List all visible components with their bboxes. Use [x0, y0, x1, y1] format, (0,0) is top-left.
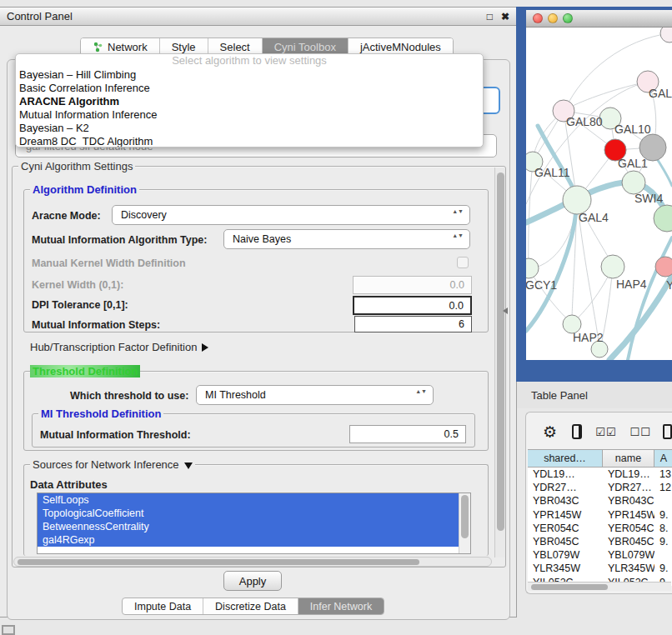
node-label-swi4: SWI4 [634, 192, 663, 205]
control-panel-titlebar: Control Panel □ ✖ [0, 8, 516, 26]
attributes-list-scrollbar[interactable] [459, 493, 470, 553]
algorithm-dropdown-placeholder: Select algorithm to view settings [16, 54, 483, 68]
node-label-gal10: GAL10 [614, 122, 651, 136]
minimize-traffic-light-icon[interactable] [548, 13, 558, 23]
table-horizontal-scrollbar-thumb[interactable] [531, 584, 608, 590]
column-header-name[interactable]: name [603, 450, 654, 467]
aracne-mode-label: Aracne Mode: [32, 210, 101, 222]
algorithm-option-dream8[interactable]: Dream8 DC_TDC Algorithm [16, 135, 483, 148]
node-label-gcy1: GCY1 [526, 278, 557, 292]
network-window-titlebar[interactable] [526, 10, 672, 28]
zoom-traffic-light-icon[interactable] [563, 13, 573, 23]
network-canvas[interactable]: GAL GAL80 GAL10 GAL1 GAL11 SWI4 GAL4 GCY… [526, 28, 672, 360]
table-row[interactable]: YER054C YER054C 8. [528, 522, 672, 535]
list-item-betweennesscentrality[interactable]: BetweennessCentrality [38, 520, 459, 533]
dpi-tolerance-label: DPI Tolerance [0,1]: [32, 299, 128, 311]
cyni-algorithm-settings-title: Cyni Algorithm Settings [18, 160, 135, 172]
settings-vertical-scrollbar-thumb[interactable] [497, 172, 504, 531]
node-gcy1[interactable] [526, 258, 539, 278]
table-row[interactable]: YDL19… YDL19… 13 [528, 468, 672, 481]
close-window-icon[interactable]: ✖ [501, 11, 509, 22]
splitpane-collapse-arrow-icon[interactable] [503, 308, 508, 314]
which-threshold-combo[interactable]: MI Threshold ▲▼ [196, 385, 434, 405]
document-icon[interactable] [663, 424, 672, 439]
algorithm-option-bayesian-hill-climbing[interactable]: Bayesian – Hill Climbing [16, 68, 483, 82]
node-swi4[interactable] [654, 205, 672, 232]
node-gal1[interactable] [622, 171, 645, 194]
node-unlabeled-top[interactable] [660, 28, 672, 42]
kernel-width-field[interactable]: 0.0 [353, 276, 472, 294]
table-panel-title: Table Panel [531, 389, 588, 402]
dock-mini-icon[interactable] [2, 625, 15, 635]
expander-arrow-icon [202, 343, 208, 352]
stepper-arrows-icon: ▲▼ [452, 208, 464, 215]
list-item-topologicalcoefficient[interactable]: TopologicalCoefficient [38, 507, 459, 520]
mi-algorithm-type-combo[interactable]: Naive Bayes ▲▼ [223, 229, 470, 249]
table-row[interactable]: YBR043C YBR043C [528, 494, 672, 508]
table-horizontal-scrollbar[interactable] [528, 582, 671, 591]
table-row[interactable]: YLR345W YLR345W 9. [528, 562, 672, 575]
table-row[interactable]: YBR045C YBR045C 9. [528, 535, 672, 548]
node-label-gal: GAL [649, 87, 672, 100]
stepper-arrows-icon: ▲▼ [452, 232, 464, 239]
aracne-mode-combo[interactable]: Discovery ▲▼ [112, 205, 470, 225]
hub-transcription-factor-expander[interactable]: Hub/Transcription Factor Definition [30, 341, 208, 353]
dpi-tolerance-field[interactable]: 0.0 [353, 296, 472, 315]
close-traffic-light-icon[interactable] [533, 13, 543, 23]
table-panel-header: Table Panel [517, 382, 672, 408]
mi-steps-field[interactable]: 6 [354, 316, 472, 332]
algorithm-option-basic-correlation[interactable]: Basic Correlation Inference [16, 82, 483, 95]
column-header-partial[interactable]: A [654, 450, 672, 467]
algorithm-option-bayesian-k2[interactable]: Bayesian – K2 [16, 122, 483, 135]
bottom-tab-bar: Impute Data Discretize Data Infer Networ… [122, 598, 384, 615]
data-attributes-list[interactable]: SelfLoops TopologicalCoefficient Between… [37, 492, 471, 554]
mi-threshold-field[interactable]: 0.5 [349, 425, 466, 443]
node-label-gal80: GAL80 [566, 115, 603, 128]
algorithm-definition-title: Algorithm Definition [30, 183, 139, 196]
algorithm-option-aracne[interactable]: ARACNE Algorithm [16, 95, 483, 108]
deselect-all-icon[interactable]: ☐☐ [630, 426, 651, 438]
attributes-list-scrollbar-thumb[interactable] [461, 495, 469, 538]
list-item-gal4rgexp[interactable]: gal4RGexp [38, 533, 459, 547]
algorithm-option-mutual-information[interactable]: Mutual Information Inference [16, 108, 483, 122]
control-panel-window: Control Panel □ ✖ Network Style Select C… [0, 7, 517, 618]
table-row[interactable]: YDR27… YDR27… 12 [528, 481, 672, 494]
mi-threshold-label: Mutual Information Threshold: [40, 429, 191, 441]
mi-threshold-definition-title: MI Threshold Definition [38, 408, 163, 420]
collapse-arrow-icon [184, 462, 193, 469]
node-label-y: Y [666, 278, 672, 292]
node-hap4[interactable] [601, 255, 624, 278]
settings-vertical-scrollbar[interactable] [494, 168, 505, 558]
algorithm-dropdown-list: Select algorithm to view settings Bayesi… [15, 53, 484, 148]
settings-horizontal-scrollbar-thumb[interactable] [18, 559, 419, 565]
settings-horizontal-scrollbar[interactable] [13, 557, 492, 567]
node-salmon[interactable] [655, 257, 672, 277]
column-header-shared-name[interactable]: shared… [528, 450, 603, 467]
tab-infer-network[interactable]: Infer Network [298, 598, 384, 614]
select-all-icon[interactable]: ☑☑ [595, 426, 616, 438]
node-label-gal11: GAL11 [534, 166, 570, 179]
data-attributes-label: Data Attributes [30, 478, 108, 491]
node-table: shared… name A YDL19… YDL19… 13 YDR27… Y… [528, 449, 672, 586]
node-label-hap4: HAP4 [616, 278, 647, 291]
split-columns-icon[interactable] [572, 424, 582, 439]
manual-kernel-width-checkbox[interactable] [457, 257, 469, 268]
node-label-gal4: GAL4 [579, 211, 609, 224]
network-tree-icon [93, 42, 103, 52]
node-label-gal1: GAL1 [618, 157, 648, 170]
table-row[interactable]: YPR145W YPR145W 9. [528, 508, 672, 522]
apply-button[interactable]: Apply [223, 571, 282, 591]
table-row[interactable]: YBL079W YBL079W [528, 548, 672, 562]
tab-network-label: Network [108, 41, 148, 53]
table-header-row: shared… name A [528, 449, 672, 468]
gear-icon[interactable]: ⚙ [543, 422, 557, 442]
manual-kernel-width-label: Manual Kernel Width Definition [32, 258, 186, 269]
tab-discretize-data[interactable]: Discretize Data [203, 598, 298, 614]
tab-impute-data[interactable]: Impute Data [123, 598, 203, 614]
sources-title-expander[interactable]: Sources for Network Inference [30, 458, 195, 471]
mi-steps-label: Mutual Information Steps: [32, 319, 160, 331]
list-item-selfloops[interactable]: SelfLoops [38, 493, 459, 507]
float-window-icon[interactable]: □ [487, 11, 493, 22]
node-gal4[interactable] [563, 186, 591, 214]
table-panel: ⚙ ☑☑ ☐☐ shared… name A YDL19… YDL19… 13 … [525, 412, 672, 594]
